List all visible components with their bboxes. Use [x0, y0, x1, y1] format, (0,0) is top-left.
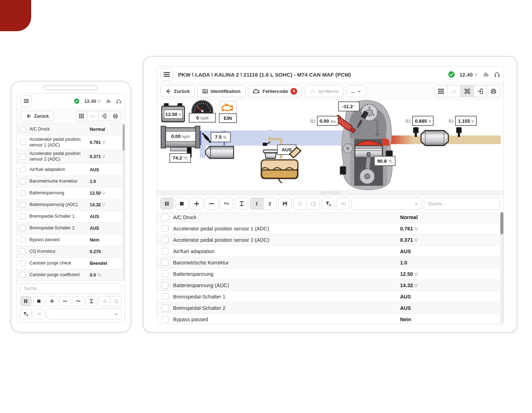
row-name: A/C Druck — [173, 214, 400, 221]
grid-view-button[interactable] — [434, 85, 448, 97]
rpm-gauge[interactable]: 0 UpM — [189, 101, 216, 122]
import-button[interactable] — [98, 111, 110, 121]
row-checkbox[interactable] — [162, 270, 168, 277]
go-to-button[interactable] — [337, 197, 350, 210]
page-1-button[interactable]: 1 — [250, 197, 264, 210]
zoom-in-button[interactable] — [190, 197, 203, 210]
zoom-out-button[interactable] — [205, 197, 218, 210]
search-input[interactable] — [424, 197, 500, 210]
table-row: A/C Druck Normal — [157, 212, 504, 223]
row-checkbox[interactable] — [20, 154, 26, 160]
row-checkbox[interactable] — [162, 293, 168, 300]
splitter[interactable] — [157, 190, 504, 195]
row-checkbox[interactable] — [20, 237, 26, 243]
row-checkbox[interactable] — [162, 225, 168, 232]
back-button[interactable]: Zurück — [21, 111, 54, 121]
phone-speaker — [44, 85, 98, 90]
group-select[interactable] — [351, 197, 422, 210]
engine-schematic: 12.50 V 0 UpM — [157, 100, 504, 190]
svg-text:B1: B1 — [405, 119, 411, 124]
row-value: AUS — [90, 167, 100, 172]
group-select[interactable] — [46, 308, 122, 319]
svg-text:-11.2 °: -11.2 ° — [342, 104, 355, 109]
reset-button[interactable] — [306, 197, 320, 210]
pause-icon — [164, 201, 170, 207]
svg-text:0 UpM: 0 UpM — [196, 115, 209, 121]
chart-view-button[interactable] — [87, 111, 99, 121]
battery[interactable]: 12.50 V — [162, 103, 184, 122]
curve-icon — [310, 88, 316, 94]
table-row: Bremspedal-Schalter 1 AUS — [157, 291, 504, 302]
back-button[interactable]: Zurück — [160, 85, 195, 97]
chart-view-button[interactable] — [447, 85, 461, 97]
clear-filter-button[interactable] — [322, 197, 335, 210]
smoothing-button[interactable] — [220, 197, 233, 210]
row-checkbox[interactable] — [162, 259, 168, 266]
grid-view-button[interactable] — [76, 111, 87, 121]
more-button[interactable]: ... — [346, 85, 366, 97]
row-checkbox[interactable] — [20, 139, 26, 145]
maf-sensor[interactable]: 0.00 kg/h 74.2 °C — [161, 126, 200, 162]
smoothing-button[interactable] — [72, 296, 84, 306]
print-button[interactable] — [487, 85, 500, 97]
row-value: 14.32V — [90, 202, 105, 207]
lambda-post-sensor[interactable]: B1 1.155 V — [449, 116, 476, 137]
row-checkbox[interactable] — [162, 248, 168, 255]
row-checkbox[interactable] — [162, 236, 168, 243]
fault-codes-button[interactable]: Fehlercode4 — [248, 85, 302, 97]
scale-button[interactable] — [235, 197, 248, 210]
ignition-advance-label[interactable]: -11.2 ° — [338, 102, 359, 111]
import-button[interactable] — [473, 85, 487, 97]
row-checkbox[interactable] — [162, 316, 168, 323]
menu-button[interactable] — [160, 68, 173, 81]
import-icon — [101, 113, 107, 119]
row-checkbox[interactable] — [20, 167, 26, 173]
row-checkbox[interactable] — [20, 178, 26, 184]
print-button[interactable] — [110, 111, 121, 121]
select-list-button[interactable] — [99, 296, 110, 306]
row-checkbox[interactable] — [20, 190, 26, 196]
mil-indicator[interactable]: EIN — [219, 101, 237, 123]
row-checkbox[interactable] — [20, 260, 26, 266]
row-checkbox[interactable] — [20, 272, 26, 278]
pause-button[interactable] — [20, 296, 32, 306]
svg-text:B1: B1 — [310, 119, 316, 124]
zoom-out-button[interactable] — [59, 296, 71, 306]
stop-button[interactable] — [175, 197, 188, 210]
phone-scrollbar[interactable] — [122, 124, 125, 281]
search-input[interactable] — [20, 283, 122, 294]
page-2-button[interactable]: 2 — [263, 197, 277, 210]
headset-icon[interactable] — [494, 72, 500, 78]
go-to-button[interactable] — [33, 309, 45, 319]
select-list-button[interactable] — [293, 197, 307, 210]
row-checkbox[interactable] — [20, 127, 26, 133]
phone-scrollbar-thumb[interactable] — [123, 124, 124, 151]
live-data-button[interactable]: Ist-Werte — [305, 85, 344, 97]
identification-button[interactable]: Identifikation — [197, 85, 245, 97]
row-checkbox[interactable] — [162, 214, 168, 221]
clear-filter-button[interactable] — [20, 309, 32, 319]
stop-button[interactable] — [33, 296, 45, 306]
row-value: 0.270 — [90, 249, 102, 254]
save-button[interactable] — [278, 197, 292, 210]
row-checkbox[interactable] — [20, 225, 26, 231]
diagram-view-button[interactable] — [460, 85, 474, 97]
row-checkbox[interactable] — [20, 249, 26, 255]
splitter-handle-icon — [320, 191, 340, 194]
row-checkbox[interactable] — [20, 202, 26, 208]
row-checkbox[interactable] — [162, 282, 168, 289]
menu-button[interactable] — [21, 95, 32, 107]
headset-icon[interactable] — [116, 99, 121, 104]
tablet-scrollbar[interactable] — [500, 212, 504, 324]
row-checkbox[interactable] — [162, 305, 168, 311]
zoom-in-button[interactable] — [46, 296, 58, 306]
injection-time-label[interactable]: B1 0.00 ms — [310, 116, 338, 125]
connection-ok-icon — [448, 71, 455, 78]
pause-button[interactable] — [160, 197, 173, 210]
scale-button[interactable] — [85, 296, 97, 306]
tablet-scrollbar-thumb[interactable] — [500, 212, 503, 234]
row-checkbox[interactable] — [20, 213, 26, 219]
coolant-temp-label[interactable]: 90.8 °C — [375, 156, 395, 166]
table-row: Canister purge check Beendet — [17, 258, 125, 269]
reset-button[interactable] — [110, 296, 122, 306]
